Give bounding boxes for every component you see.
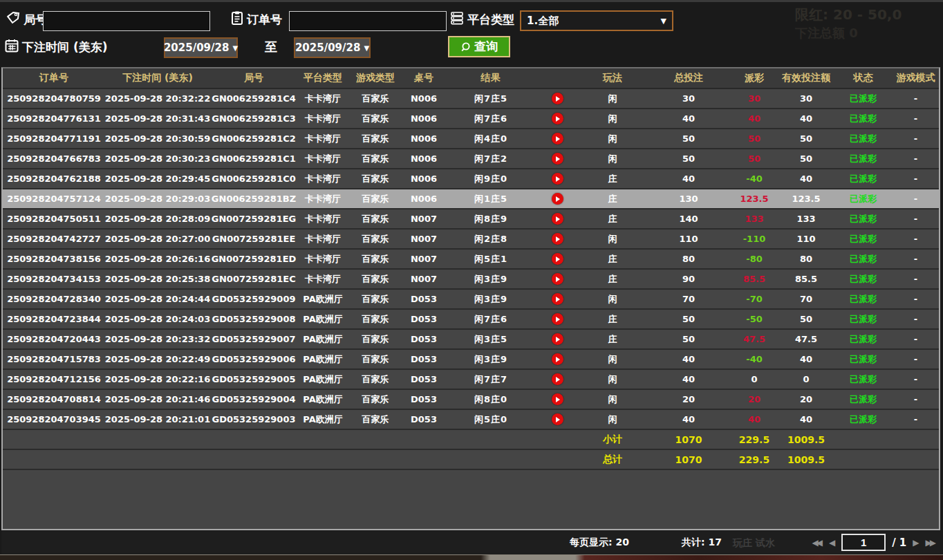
cell-game-type: 百家乐 [348,189,402,208]
cell-payout: 50 [730,129,778,148]
cell-payout: 50 [730,149,778,168]
cell-game-type: 百家乐 [348,209,402,228]
cell-table-no: D053 [402,310,445,328]
grand-total-total-bet: 1070 [647,450,730,469]
play-icon[interactable] [552,333,563,345]
table-row[interactable]: 250928204757124 2025-09-28 20:29:03 GN00… [3,189,939,209]
cell-round-no: GD05325929007 [210,330,297,348]
table-row[interactable]: 250928204742727 2025-09-28 20:27:00 GN00… [3,230,939,250]
cell-game-type: 百家乐 [348,169,402,188]
next-page-button[interactable]: ▶ [913,539,919,547]
cell-bet-side: 闲 [578,109,647,128]
cell-round-no: GD05325929004 [210,390,297,409]
column-header: 局号 [210,68,297,88]
table-row[interactable]: 250928204780759 2025-09-28 20:32:22 GN00… [3,89,939,109]
window-top-strip [0,0,943,2]
cell-valid-bet: 123.5 [778,189,834,208]
play-icon[interactable] [552,253,563,265]
column-header [536,68,578,88]
first-page-button[interactable]: ◀◀ [812,539,822,547]
play-icon[interactable] [552,393,563,405]
round-no-input[interactable] [43,11,210,31]
table-row[interactable]: 250928204723844 2025-09-28 20:24:03 GD05… [3,310,939,330]
cell-round-no: GN006259281BZ [210,189,297,208]
platform-type-select[interactable]: 1.全部 ▼ [520,10,673,31]
cell-bet-side: 闲 [578,410,647,429]
table-row[interactable]: 250928204712156 2025-09-28 20:22:16 GD05… [3,370,939,390]
play-icon[interactable] [552,133,563,144]
cell-order-no: 250928204712156 [3,370,105,389]
prev-page-button[interactable]: ◀ [829,539,835,547]
table-row[interactable]: 250928204776131 2025-09-28 20:31:43 GN00… [3,109,939,129]
play-icon[interactable] [552,113,563,124]
cell-bet-time: 2025-09-28 20:29:03 [105,189,210,208]
cell-platform: PA欧洲厅 [297,330,348,348]
cell-total-bet: 50 [647,149,730,168]
cell-result: 闲2庄8 [445,230,536,248]
table-row[interactable]: 250928204762188 2025-09-28 20:29:45 GN00… [3,169,939,189]
play-icon[interactable] [552,213,563,225]
cell-valid-bet: 20 [778,390,834,409]
subtotal-row: 小计 1070 229.5 1009.5 [3,430,939,450]
cell-table-no: D053 [402,390,445,409]
last-page-button[interactable]: ▶▶ [926,539,936,547]
search-button[interactable]: 查询 [448,36,510,57]
play-icon[interactable] [552,373,563,385]
cell-result: 闲3庄9 [445,350,536,368]
cell-result: 闲7庄2 [445,149,536,168]
calendar-icon [4,38,19,53]
status-badge: 已派彩 [834,310,893,328]
cell-game-type: 百家乐 [348,290,402,308]
table-row[interactable]: 250928204728340 2025-09-28 20:24:44 GD05… [3,290,939,310]
cell-bet-side: 闲 [578,390,647,409]
cell-game-type: 百家乐 [348,270,402,288]
play-icon[interactable] [552,93,563,104]
cell-valid-bet: 85.5 [778,270,834,288]
subtotal-total-bet: 1070 [647,430,730,449]
cell-bet-time: 2025-09-28 20:29:45 [105,169,210,188]
play-icon[interactable] [552,273,563,285]
table-row[interactable]: 250928204750511 2025-09-28 20:28:09 GN00… [3,209,939,230]
date-from-select[interactable]: 2025/09/28 ▼ [164,37,238,58]
play-icon[interactable] [552,313,563,325]
table-row[interactable]: 250928204766783 2025-09-28 20:30:23 GN00… [3,149,939,169]
cell-round-no: GN007259281EC [210,270,297,288]
cell-table-no: D053 [402,330,445,348]
cell-platform: PA欧洲厅 [297,410,348,429]
play-icon[interactable] [552,173,563,185]
play-icon[interactable] [552,293,563,305]
cell-order-no: 250928204715783 [3,350,105,368]
dimmed-total-text: 下注总额 0 [795,25,858,41]
cell-valid-bet: 50 [778,310,834,328]
page-number-input[interactable] [841,534,886,551]
cell-bet-time: 2025-09-28 20:24:44 [105,290,210,308]
cell-payout: -80 [730,250,778,268]
table-row[interactable]: 250928204703945 2025-09-28 20:21:01 GD05… [3,410,939,430]
grand-total-valid-bet: 1009.5 [778,450,834,469]
date-to-select[interactable]: 2025/09/28 ▼ [294,37,371,58]
cell-bet-time: 2025-09-28 20:31:43 [105,109,210,128]
cell-result: 闲1庄5 [445,189,536,208]
table-row[interactable]: 250928204738156 2025-09-28 20:26:16 GN00… [3,250,939,270]
table-row[interactable]: 250928204734153 2025-09-28 20:25:38 GN00… [3,270,939,290]
table-row[interactable]: 250928204708814 2025-09-28 20:21:46 GD05… [3,390,939,410]
play-icon[interactable] [552,153,563,165]
play-icon[interactable] [552,353,563,365]
cell-platform: 卡卡湾厅 [297,230,348,248]
play-icon[interactable] [552,193,563,205]
cell-valid-bet: 40 [778,350,834,368]
cell-total-bet: 90 [647,270,730,288]
cell-payout: -110 [730,230,778,248]
cell-round-no: GN006259281C0 [210,169,297,188]
play-icon[interactable] [552,233,563,245]
table-row[interactable]: 250928204715783 2025-09-28 20:22:49 GD05… [3,350,939,370]
cell-bet-time: 2025-09-28 20:32:22 [105,89,210,108]
cell-order-no: 250928204728340 [3,290,105,308]
table-row[interactable]: 250928204720443 2025-09-28 20:23:32 GD05… [3,330,939,350]
table-row[interactable]: 250928204771191 2025-09-28 20:30:59 GN00… [3,129,939,149]
cell-order-no: 250928204742727 [3,230,105,248]
cell-round-no: GN007259281EE [210,230,297,248]
order-no-input[interactable] [289,11,447,31]
play-icon[interactable] [552,413,563,425]
cell-platform: 卡卡湾厅 [297,209,348,228]
